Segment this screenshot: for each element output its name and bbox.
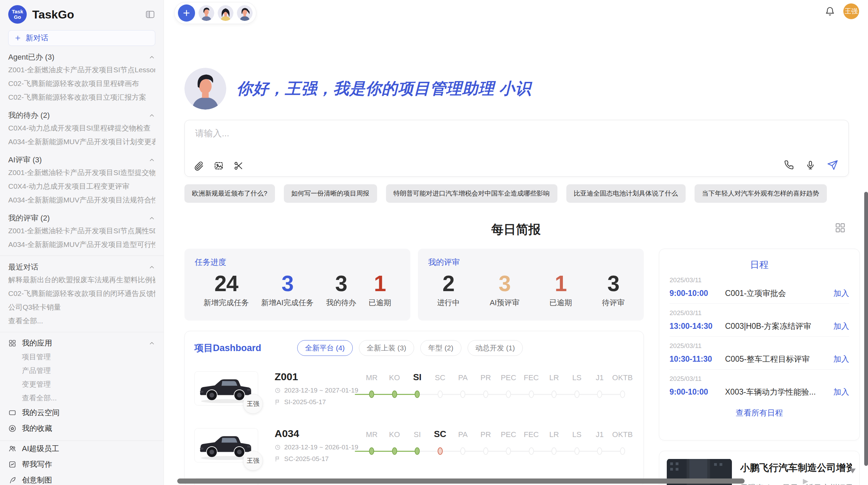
scissors-icon[interactable] [233, 161, 244, 171]
join-meeting-link[interactable]: 加入 [833, 354, 849, 364]
join-meeting-link[interactable]: 加入 [833, 387, 849, 397]
recent-conversation-item[interactable]: 查看全部... [8, 314, 155, 328]
notification-bell-icon[interactable] [825, 6, 835, 16]
suggestion-chip[interactable]: 比亚迪全固态电池计划具体说了什么 [566, 184, 686, 203]
box-icon [8, 409, 16, 417]
app-sub-item[interactable]: 项目管理 [8, 350, 155, 364]
sidebar-task-item[interactable]: C02-飞腾新能源轻客改款项目里程碑画布 [8, 77, 155, 90]
new-chat-button[interactable]: 新对话 [8, 30, 155, 46]
sidebar-item-my-apps[interactable]: 我的应用 [8, 336, 155, 350]
chevron-up-icon[interactable] [148, 54, 155, 61]
view-all-schedule-link[interactable]: 查看所有日程 [670, 408, 849, 418]
milestone-label: SI [413, 372, 422, 383]
project-image-wrap: 王强 [194, 371, 258, 406]
section-title: 最近对话 [8, 262, 38, 272]
recent-conversation-item[interactable]: 解释最新出台的欧盟报废车法规再生塑料比例被调至15%... [8, 273, 155, 287]
schedule-date: 2025/03/11 [670, 342, 849, 350]
sidebar-collapse-icon[interactable] [145, 9, 155, 20]
join-meeting-link[interactable]: 加入 [833, 288, 849, 299]
member-avatar-2[interactable] [218, 5, 233, 21]
sidebar-tool-item[interactable]: 创意制图 [8, 472, 155, 485]
milestone-label: KO [389, 373, 400, 382]
sidebar-task-item[interactable]: C02-飞腾新能源轻客改款项目立项汇报方案 [8, 90, 155, 104]
milestone-line-completed [355, 451, 417, 452]
clock-icon [275, 387, 281, 394]
briefing-stat-card: 任务进度24新增完成任务3新增AI完成任务3我的待办1已逾期 [184, 249, 410, 321]
suggestion-chip[interactable]: 当下年轻人对汽车外观有怎样的喜好趋势 [695, 184, 827, 203]
milestone-dot [529, 447, 534, 455]
sidebar-section-header[interactable]: 我的待办 (2) [8, 110, 155, 121]
chevron-up-icon[interactable] [148, 264, 155, 271]
milestone-dot [620, 390, 625, 398]
sidebar-section-header[interactable]: AI评审 (3) [8, 154, 155, 166]
dashboard-filter-tab[interactable]: 动总开发 (1) [468, 340, 523, 356]
sidebar-section-header[interactable]: 我的评审 (2) [8, 212, 155, 224]
stat-label: 待评审 [602, 298, 625, 308]
join-meeting-link[interactable]: 加入 [833, 321, 849, 332]
sidebar-tool-item[interactable]: 帮我写作 [8, 457, 155, 472]
divider [0, 256, 164, 256]
chevron-up-icon[interactable] [148, 215, 155, 222]
app-sub-item[interactable]: 变更管理 [8, 377, 155, 391]
milestone-label: OKTB [612, 373, 633, 382]
microphone-icon[interactable] [805, 160, 816, 170]
flag-icon [275, 399, 281, 405]
milestone-label: LS [572, 430, 581, 439]
sidebar-task-item[interactable]: Z001-全新燃油轻卡产品开发项目SI节点属性5D文件评审 [8, 224, 155, 238]
chevron-up-icon[interactable] [148, 157, 155, 163]
milestone-label: J1 [596, 430, 604, 439]
suggestion-chip[interactable]: 欧洲新规最近颁布了什么? [184, 184, 275, 203]
sidebar-task-item[interactable]: C0X4-动力总成开发项目工程变更评审 [8, 179, 155, 193]
recent-conversation-item[interactable]: 公司Q3轻卡销量 [8, 300, 155, 314]
add-conversation-button[interactable] [178, 4, 195, 22]
dashboard-filter-tab[interactable]: 年型 (2) [420, 340, 461, 356]
sidebar-item-favorites[interactable]: 我的收藏 [8, 421, 155, 436]
composer[interactable] [184, 120, 849, 177]
sidebar-task-item[interactable]: Z001-全新燃油轻卡产品开发项目SI造型提交物评审 [8, 166, 155, 179]
stat-item: 1已逾期 [369, 271, 391, 308]
user-avatar[interactable]: 王强 [843, 3, 859, 19]
app-sub-item[interactable]: 产品管理 [8, 364, 155, 377]
topbar: 王强 [164, 0, 868, 24]
stat-label: 新增完成任务 [204, 298, 249, 308]
sidebar-tool-item[interactable]: AI超级员工 [8, 441, 155, 457]
sidebar-task-item[interactable]: A034-全新新能源MUV产品开发项目造型可行性评审 [8, 238, 155, 251]
sidebar-task-item[interactable]: C0X4-动力总成开发项目SI里程碑提交物检查 [8, 121, 155, 135]
project-flag-label: SC-2025-05-17 [284, 455, 329, 463]
member-avatar-3[interactable] [237, 5, 253, 21]
sidebar-task-item[interactable]: Z001-全新燃油皮卡产品开发项目SI节点Lesson Learn报告 [8, 63, 155, 77]
attachment-icon[interactable] [194, 161, 204, 171]
sidebar-section-header[interactable]: Agent已办 (3) [8, 51, 155, 63]
stat-label: AI预评审 [490, 298, 519, 308]
sidebar-section-header[interactable]: 最近对话 [8, 261, 155, 273]
recent-conversation-item[interactable]: C02-飞腾新能源轻客改款项目的闭环通告反馈情况 [8, 287, 155, 300]
milestone-dot [392, 447, 397, 455]
layout-grid-icon[interactable] [834, 222, 846, 234]
send-icon[interactable] [827, 159, 838, 171]
message-input[interactable] [194, 128, 839, 139]
chevron-up-icon[interactable] [148, 340, 155, 347]
horizontal-scrollbar[interactable] [177, 478, 745, 484]
schedule-event-title: C001-立项审批会 [725, 288, 829, 299]
scroll-down-arrow-icon[interactable] [849, 469, 856, 473]
phone-call-icon[interactable] [784, 160, 794, 170]
stat-value: 3 [261, 271, 314, 296]
suggestion-chip[interactable]: 如何写一份清晰的项目周报 [284, 184, 377, 203]
dashboard-filter-tab[interactable]: 全新上装 (3) [359, 340, 414, 356]
chevron-up-icon[interactable] [148, 112, 155, 119]
image-upload-icon[interactable] [214, 161, 224, 171]
vertical-scrollbar[interactable] [864, 192, 868, 466]
milestone-dot [483, 447, 488, 455]
app-sub-item[interactable]: 查看全部... [8, 391, 155, 405]
logo-text-bottom: Go [14, 14, 21, 20]
project-dashboard-card: 项目Dashboard 全新平台 (4)全新上装 (3)年型 (2)动总开发 (… [184, 331, 644, 485]
sidebar-task-item[interactable]: A034-全新新能源MUV产品开发项目计划变更表编写 [8, 135, 155, 149]
schedule-item: 2025/03/119:00-10:00X003-车辆动力学性能验...加入 [670, 370, 849, 402]
suggestion-chip[interactable]: 特朗普可能对进口汽车增税会对中国车企造成哪些影响 [386, 184, 557, 203]
member-avatar-1[interactable] [198, 5, 214, 21]
schedule-date: 2025/03/11 [670, 309, 849, 317]
scroll-right-arrow-icon[interactable] [803, 479, 808, 484]
sidebar-item-cloud-space[interactable]: 我的云空间 [8, 405, 155, 421]
dashboard-filter-tab[interactable]: 全新平台 (4) [297, 340, 353, 356]
sidebar-task-item[interactable]: A034-全新新能源MUV产品开发项目法规符合性评审 [8, 193, 155, 207]
